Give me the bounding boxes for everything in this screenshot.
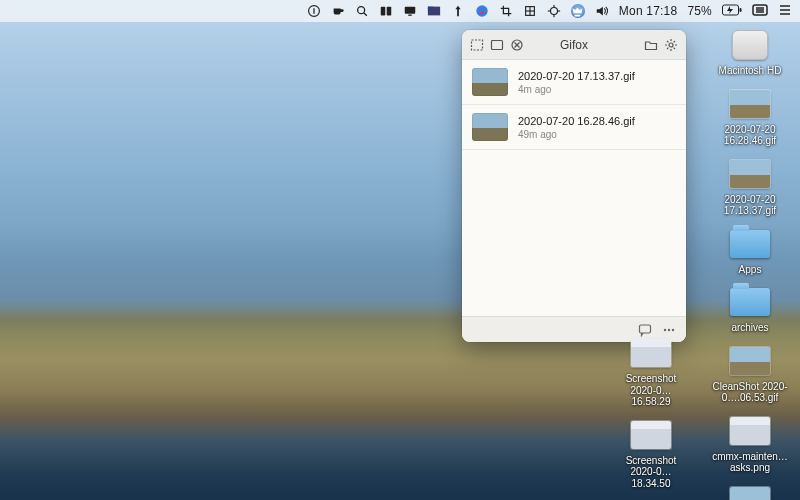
svg-rect-1 [313, 8, 314, 14]
desktop-column-2: Macintosh HD2020-07-20 16.28.46.gif2020-… [710, 28, 790, 500]
desktop-icon[interactable]: archives [710, 285, 790, 334]
gifox-popover-title: Gifox [462, 38, 686, 52]
gifox-popover: Gifox 2020-07-20 17.13.37.gif 4m ago 202… [462, 30, 686, 342]
menu-bar: Mon 17:18 75% [0, 0, 800, 22]
svg-point-36 [668, 328, 670, 330]
recording-age: 49m ago [518, 129, 635, 140]
arrow-icon[interactable] [451, 4, 465, 18]
svg-rect-6 [405, 7, 416, 14]
recording-age: 4m ago [518, 84, 635, 95]
svg-point-2 [357, 7, 364, 14]
more-icon[interactable] [662, 323, 676, 337]
svg-rect-34 [640, 325, 651, 333]
desktop-icon-label: archives [731, 322, 768, 334]
desktop-icon[interactable]: Screenshot 2020-0…18.34.50 [611, 418, 691, 490]
control-strip-icon[interactable] [752, 4, 768, 19]
file-glyph [627, 336, 675, 370]
coffee-icon[interactable] [331, 4, 345, 18]
desktop-column-1: Screenshot 2020-0…16.58.29Screenshot 202… [611, 336, 691, 500]
window-icon[interactable] [379, 4, 393, 18]
desktop-icon[interactable]: CleanShot 2020-0….06.53.gif [710, 344, 790, 404]
desktop-icon-label: cmmx-mainten…asks.png [711, 451, 789, 474]
recordings-list: 2020-07-20 17.13.37.gif 4m ago 2020-07-2… [462, 60, 686, 316]
desktop-icon[interactable]: Apps [710, 227, 790, 276]
desktop-icon-label: 2020-07-20 17.13.37.gif [711, 194, 789, 217]
display-icon[interactable] [403, 4, 417, 18]
desktop-icon-label: Macintosh HD [719, 65, 782, 77]
target-icon[interactable] [547, 4, 561, 18]
battery-charging-icon [722, 4, 742, 19]
notification-center-icon[interactable] [778, 3, 792, 20]
desktop-icon-label: CleanShot 2020-0….06.53.gif [711, 381, 789, 404]
svg-point-35 [664, 328, 666, 330]
svg-rect-5 [387, 7, 392, 16]
onepassword-icon[interactable] [307, 4, 321, 18]
file-glyph [726, 344, 774, 378]
desktop-icon-label: Apps [739, 264, 762, 276]
svg-line-3 [364, 13, 367, 16]
file-glyph [726, 87, 774, 121]
file-glyph [726, 157, 774, 191]
crop-icon[interactable] [499, 4, 513, 18]
recording-item[interactable]: 2020-07-20 17.13.37.gif 4m ago [462, 60, 686, 105]
recording-filename: 2020-07-20 17.13.37.gif [518, 70, 635, 82]
search-icon[interactable] [355, 4, 369, 18]
desktop-icon[interactable]: cmmx-mainten…asks.png [710, 414, 790, 474]
desktop-icon-label: Screenshot 2020-0…18.34.50 [612, 455, 690, 490]
file-glyph [726, 285, 774, 319]
gifox-menubar-icon[interactable] [571, 4, 585, 18]
svg-point-14 [550, 8, 557, 15]
volume-icon[interactable] [595, 4, 609, 18]
svg-rect-7 [408, 15, 412, 16]
desktop-icon[interactable]: Screenshot 2020-0…16.58.29 [611, 336, 691, 408]
file-glyph [627, 418, 675, 452]
svg-rect-4 [381, 7, 386, 16]
recording-thumb [472, 68, 508, 96]
file-glyph [726, 28, 774, 62]
desktop-icon[interactable]: declutter-archives.gif [710, 484, 790, 501]
flag-icon[interactable] [427, 4, 441, 18]
menu-bar-status-icons [307, 4, 609, 18]
menu-bar-clock[interactable]: Mon 17:18 [619, 4, 678, 18]
grid-icon[interactable] [523, 4, 537, 18]
gifox-popover-header: Gifox [462, 30, 686, 60]
svg-rect-20 [740, 8, 742, 12]
desktop-icon[interactable]: 2020-07-20 16.28.46.gif [710, 87, 790, 147]
desktop-icon-label: Screenshot 2020-0…16.58.29 [612, 373, 690, 408]
recording-filename: 2020-07-20 16.28.46.gif [518, 115, 635, 127]
feedback-icon[interactable] [638, 323, 652, 337]
desktop-icon-label: 2020-07-20 16.28.46.gif [711, 124, 789, 147]
file-glyph [726, 484, 774, 501]
safari-icon[interactable] [475, 4, 489, 18]
desktop-icon[interactable]: 2020-07-20 17.13.37.gif [710, 157, 790, 217]
svg-point-37 [672, 328, 674, 330]
menu-bar-battery-percent[interactable]: 75% [687, 4, 712, 18]
desktop-icon[interactable]: Macintosh HD [710, 28, 790, 77]
file-glyph [726, 414, 774, 448]
file-glyph [726, 227, 774, 261]
svg-rect-9 [428, 7, 433, 11]
recording-item[interactable]: 2020-07-20 16.28.46.gif 49m ago [462, 105, 686, 150]
recording-thumb [472, 113, 508, 141]
